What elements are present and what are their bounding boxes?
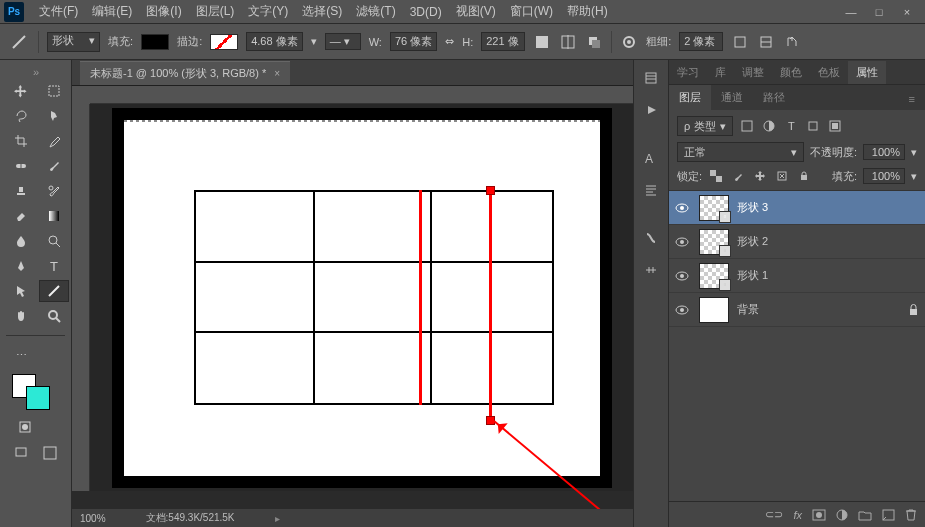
- tab-adjustments[interactable]: 调整: [734, 61, 772, 84]
- tab-paths[interactable]: 路径: [753, 85, 795, 110]
- path-select-tool[interactable]: [6, 280, 36, 302]
- heal-tool[interactable]: [6, 155, 36, 177]
- stroke-width-field[interactable]: 4.68 像素: [246, 32, 302, 51]
- trash-icon[interactable]: [905, 508, 917, 521]
- character-panel-icon[interactable]: A: [641, 148, 661, 168]
- brush-tool[interactable]: [39, 155, 69, 177]
- visibility-icon[interactable]: [675, 271, 691, 281]
- menu-layer[interactable]: 图层(L): [189, 3, 242, 20]
- fx-icon[interactable]: fx: [793, 509, 802, 521]
- link-wh-icon[interactable]: ⇔: [445, 35, 454, 48]
- width-field[interactable]: 76 像素: [390, 32, 437, 51]
- filter-smartobj-icon[interactable]: [827, 119, 843, 133]
- pen-tool[interactable]: [6, 255, 36, 277]
- link-layers-icon[interactable]: ⊂⊃: [765, 508, 783, 521]
- layer-name[interactable]: 形状 3: [737, 200, 768, 215]
- height-field[interactable]: 221 像: [481, 32, 525, 51]
- eyedropper-tool[interactable]: [39, 130, 69, 152]
- gradient-tool[interactable]: [39, 205, 69, 227]
- fill-opacity-field[interactable]: 100%: [863, 168, 905, 184]
- toolbox-collapse-icon[interactable]: »: [0, 66, 72, 76]
- tab-swatches[interactable]: 色板: [810, 61, 848, 84]
- export-icon[interactable]: [783, 33, 801, 51]
- history-panel-icon[interactable]: [641, 68, 661, 88]
- tab-color[interactable]: 颜色: [772, 61, 810, 84]
- maximize-button[interactable]: □: [865, 6, 893, 18]
- path-arrange-icon[interactable]: [585, 33, 603, 51]
- document-tab[interactable]: 未标题-1 @ 100% (形状 3, RGB/8) * ×: [80, 61, 290, 85]
- doc-info[interactable]: 文档:549.3K/521.5K: [146, 511, 235, 525]
- type-tool[interactable]: T: [39, 255, 69, 277]
- menu-edit[interactable]: 编辑(E): [85, 3, 139, 20]
- zoom-tool[interactable]: [39, 305, 69, 327]
- stamp-tool[interactable]: [6, 180, 36, 202]
- filter-adjustment-icon[interactable]: [761, 119, 777, 133]
- tab-properties[interactable]: 属性: [848, 61, 886, 84]
- tab-layers[interactable]: 图层: [669, 85, 711, 110]
- layer-row[interactable]: 背景: [669, 293, 925, 327]
- transform-handle[interactable]: [486, 186, 495, 195]
- lasso-tool[interactable]: [6, 105, 36, 127]
- tool-mode-select[interactable]: 形状 ▾: [47, 32, 100, 52]
- canvas[interactable]: [90, 104, 633, 491]
- minimize-button[interactable]: —: [837, 6, 865, 18]
- marquee-tool[interactable]: [39, 80, 69, 102]
- color-swatches[interactable]: [0, 370, 71, 414]
- tab-libraries[interactable]: 库: [707, 61, 734, 84]
- align-edges-icon[interactable]: [757, 33, 775, 51]
- opacity-dropdown-icon[interactable]: ▾: [911, 146, 917, 159]
- close-tab-icon[interactable]: ×: [274, 68, 280, 79]
- layer-thumbnail[interactable]: ▫: [699, 195, 729, 221]
- edit-toolbar-icon[interactable]: ⋯: [6, 344, 36, 366]
- panel-menu-icon[interactable]: ≡: [899, 88, 925, 110]
- layer-thumbnail[interactable]: ▫: [699, 229, 729, 255]
- menu-image[interactable]: 图像(I): [139, 3, 188, 20]
- mask-icon[interactable]: [812, 509, 826, 521]
- filter-type-icon[interactable]: T: [783, 119, 799, 133]
- new-layer-icon[interactable]: [882, 509, 895, 521]
- ruler-vertical[interactable]: [72, 104, 90, 491]
- stroke-type-dropdown[interactable]: ▾: [311, 35, 317, 48]
- filter-shape-icon[interactable]: [805, 119, 821, 133]
- dodge-tool[interactable]: [39, 230, 69, 252]
- menu-help[interactable]: 帮助(H): [560, 3, 615, 20]
- shape-line-selected[interactable]: [489, 190, 492, 420]
- lock-all-icon[interactable]: [796, 169, 812, 183]
- layer-filter-select[interactable]: ρ 类型 ▾: [677, 116, 733, 136]
- blend-mode-select[interactable]: 正常▾: [677, 142, 804, 162]
- history-brush-tool[interactable]: [39, 180, 69, 202]
- lock-pixels-icon[interactable]: [730, 169, 746, 183]
- menu-3d[interactable]: 3D(D): [403, 5, 449, 19]
- visibility-icon[interactable]: [675, 305, 691, 315]
- tab-channels[interactable]: 通道: [711, 85, 753, 110]
- hand-tool[interactable]: [6, 305, 36, 327]
- screenmode-full-icon[interactable]: [39, 442, 62, 464]
- layer-name[interactable]: 形状 1: [737, 268, 768, 283]
- brush-settings-panel-icon[interactable]: [641, 260, 661, 280]
- paragraph-panel-icon[interactable]: [641, 180, 661, 200]
- group-icon[interactable]: [858, 509, 872, 521]
- menu-window[interactable]: 窗口(W): [503, 3, 560, 20]
- menu-view[interactable]: 视图(V): [449, 3, 503, 20]
- path-combine-icon[interactable]: [533, 33, 551, 51]
- tab-learn[interactable]: 学习: [669, 61, 707, 84]
- adjustment-layer-icon[interactable]: [836, 509, 848, 521]
- brushes-panel-icon[interactable]: [641, 228, 661, 248]
- lock-artboard-icon[interactable]: [774, 169, 790, 183]
- quick-select-tool[interactable]: [39, 105, 69, 127]
- layer-thumbnail[interactable]: ▫: [699, 263, 729, 289]
- close-button[interactable]: ×: [893, 6, 921, 18]
- layer-name[interactable]: 形状 2: [737, 234, 768, 249]
- zoom-level[interactable]: 100%: [80, 513, 106, 524]
- thickness-field[interactable]: 2 像素: [679, 32, 723, 51]
- stroke-style-select[interactable]: — ▾: [325, 33, 361, 50]
- stroke-swatch[interactable]: [210, 34, 238, 50]
- menu-select[interactable]: 选择(S): [295, 3, 349, 20]
- artboard[interactable]: [112, 108, 612, 488]
- move-tool[interactable]: [6, 80, 36, 102]
- ruler-horizontal[interactable]: [90, 86, 633, 104]
- line-tool[interactable]: [39, 280, 69, 302]
- lock-transparency-icon[interactable]: [708, 169, 724, 183]
- menu-file[interactable]: 文件(F): [32, 3, 85, 20]
- eraser-tool[interactable]: [6, 205, 36, 227]
